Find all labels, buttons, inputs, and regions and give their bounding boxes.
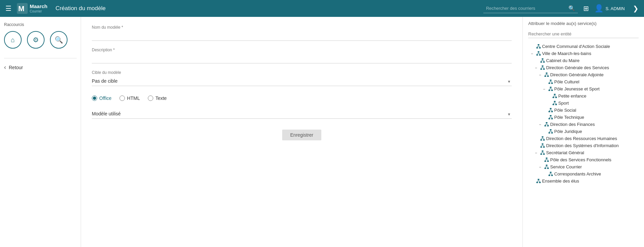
main-layout: Raccourcis ⌂ ⚙ 🔍 ‹ Retour Nom du modèle … bbox=[0, 17, 644, 247]
description-input[interactable] bbox=[92, 54, 512, 63]
cible-select[interactable]: Pas de cible bbox=[92, 76, 512, 86]
tree-label: Pôle Culturel bbox=[554, 79, 579, 84]
svg-rect-39 bbox=[551, 83, 553, 84]
tree-label: Pôle Technique bbox=[554, 115, 584, 120]
svg-rect-37 bbox=[550, 80, 552, 81]
svg-rect-16 bbox=[542, 58, 543, 60]
svg-rect-93 bbox=[542, 136, 543, 138]
save-button[interactable]: Enregistrer bbox=[282, 130, 321, 140]
tree-item[interactable]: − Secrétariat Général bbox=[528, 149, 639, 156]
sidebar: Raccourcis ⌂ ⚙ 🔍 ‹ Retour bbox=[0, 17, 81, 247]
logo: M Maarch Courrier bbox=[17, 3, 48, 14]
svg-rect-121 bbox=[546, 165, 547, 166]
search-shortcut[interactable]: 🔍 bbox=[50, 31, 68, 49]
tree-label: Pôle Social bbox=[554, 108, 576, 113]
tree-node-icon bbox=[548, 108, 553, 112]
radio-texte[interactable]: Texte bbox=[148, 95, 166, 101]
entity-tree: Centre Communal d'Action Sociale− Ville … bbox=[528, 43, 639, 185]
svg-rect-123 bbox=[547, 168, 549, 169]
svg-rect-11 bbox=[539, 54, 541, 56]
tree-node-icon bbox=[540, 65, 545, 70]
tree-label: Direction Générale Adjointe bbox=[550, 72, 603, 77]
entity-search-input[interactable] bbox=[528, 30, 639, 38]
tree-toggle-icon: − bbox=[535, 151, 539, 155]
tree-node-icon bbox=[548, 115, 553, 119]
svg-rect-58 bbox=[554, 101, 556, 102]
tree-node-icon bbox=[548, 80, 553, 84]
tree-item[interactable]: Pôle Technique bbox=[528, 114, 639, 121]
svg-rect-122 bbox=[544, 168, 546, 169]
radio-office-input[interactable] bbox=[92, 95, 97, 101]
apps-icon[interactable]: ⊞ bbox=[583, 4, 589, 12]
svg-rect-114 bbox=[546, 158, 547, 159]
radio-html-input[interactable] bbox=[119, 95, 125, 101]
main-form: Nom du modèle * Description * Cible du m… bbox=[81, 17, 522, 247]
tree-node-icon bbox=[544, 158, 549, 162]
tree-item[interactable]: Pôle Juridique bbox=[528, 128, 639, 135]
cible-group: Cible du modèle Pas de cible ▾ bbox=[92, 70, 512, 86]
page-title: Création du modèle bbox=[56, 5, 106, 12]
modele-select-wrap: Modèle utilisé ▾ bbox=[92, 109, 512, 119]
tree-item[interactable]: Centre Communal d'Action Sociale bbox=[528, 43, 639, 50]
shortcuts-label: Raccourcis bbox=[4, 22, 77, 27]
svg-rect-45 bbox=[548, 90, 550, 91]
tree-node-icon bbox=[540, 150, 545, 155]
radio-office[interactable]: Office bbox=[92, 95, 111, 101]
tree-toggle-icon: − bbox=[539, 122, 543, 127]
svg-rect-79 bbox=[546, 122, 547, 124]
tree-item[interactable]: Sport bbox=[528, 100, 639, 107]
tree-item[interactable]: Correspondants Archive bbox=[528, 170, 639, 177]
tree-item[interactable]: Cabinet du Maire bbox=[528, 57, 639, 64]
tree-item[interactable]: − Direction Générale des Services bbox=[528, 64, 639, 71]
back-button[interactable]: ‹ Retour bbox=[4, 64, 77, 71]
home-shortcut[interactable]: ⌂ bbox=[4, 31, 22, 49]
modele-group: Modèle utilisé ▾ bbox=[92, 109, 512, 119]
tree-item[interactable]: Pôle des Services Fonctionnels bbox=[528, 156, 639, 163]
sidebar-divider bbox=[4, 58, 77, 58]
modele-select[interactable]: Modèle utilisé bbox=[92, 109, 512, 119]
description-group: Description * bbox=[92, 48, 512, 63]
tree-label: Direction Générale des Services bbox=[546, 65, 609, 70]
svg-rect-101 bbox=[540, 146, 542, 148]
search-input[interactable] bbox=[486, 6, 566, 11]
search-bar[interactable]: 🔍 bbox=[483, 4, 578, 13]
tree-item[interactable]: Ensemble des élus bbox=[528, 177, 639, 185]
svg-rect-52 bbox=[553, 97, 554, 98]
tree-item[interactable]: Pôle Social bbox=[528, 107, 639, 114]
radio-html-label: HTML bbox=[127, 95, 140, 101]
tree-item[interactable]: − Direction Générale Adjointe bbox=[528, 71, 639, 78]
tree-item[interactable]: − Ville de Maarch-les-bains bbox=[528, 50, 639, 57]
tree-toggle-icon: − bbox=[543, 87, 547, 91]
tree-toggle-icon: − bbox=[535, 66, 539, 70]
svg-rect-9 bbox=[538, 51, 539, 53]
user-avatar-icon: 👤 bbox=[594, 4, 603, 13]
search-icon[interactable]: 🔍 bbox=[568, 5, 575, 11]
user-name: S. ADMIN bbox=[606, 6, 625, 11]
tree-item[interactable]: − Direction des Finances bbox=[528, 121, 639, 128]
svg-rect-25 bbox=[543, 68, 545, 70]
svg-rect-46 bbox=[551, 90, 553, 91]
svg-rect-135 bbox=[538, 179, 539, 180]
tree-item[interactable]: Pôle Culturel bbox=[528, 78, 639, 85]
tree-label: Direction des Systèmes d'Information bbox=[546, 143, 619, 148]
tree-item[interactable]: − Service Courrier bbox=[528, 163, 639, 170]
tree-item[interactable]: Direction des Ressources Humaines bbox=[528, 135, 639, 142]
tree-item[interactable]: Petite enfance bbox=[528, 92, 639, 100]
settings-shortcut[interactable]: ⚙ bbox=[27, 31, 45, 49]
tree-label: Secrétariat Général bbox=[546, 150, 584, 155]
tree-item[interactable]: − Pôle Jeunesse et Sport bbox=[528, 85, 639, 92]
description-label: Description * bbox=[92, 48, 512, 52]
cible-select-wrap: Pas de cible ▾ bbox=[92, 76, 512, 86]
radio-html[interactable]: HTML bbox=[119, 95, 140, 101]
user-menu[interactable]: 👤 S. ADMIN bbox=[594, 4, 625, 13]
menu-icon[interactable]: ☰ bbox=[5, 4, 11, 12]
nom-input[interactable] bbox=[92, 31, 512, 41]
tree-node-icon bbox=[540, 58, 545, 63]
topbar: ☰ M Maarch Courrier Création du modèle 🔍… bbox=[0, 0, 644, 17]
tree-label: Sport bbox=[558, 101, 569, 106]
tree-node-icon bbox=[536, 44, 541, 49]
topbar-arrow-icon[interactable]: ❯ bbox=[633, 4, 639, 12]
radio-texte-input[interactable] bbox=[148, 95, 153, 101]
nom-label: Nom du modèle * bbox=[92, 25, 512, 30]
tree-item[interactable]: Direction des Systèmes d'Information bbox=[528, 142, 639, 149]
